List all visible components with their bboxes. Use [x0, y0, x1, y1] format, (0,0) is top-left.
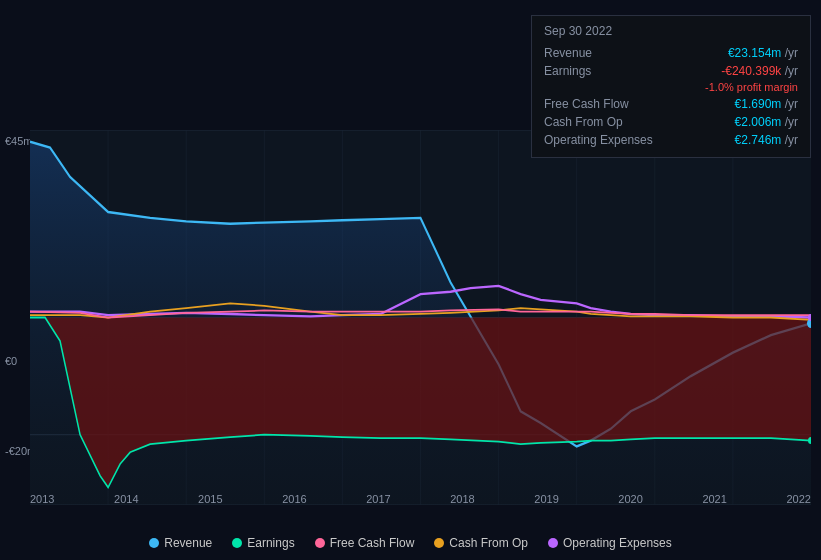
legend-dot-cashfromop: [434, 538, 444, 548]
tooltip-row-earnings: Earnings -€240.399k /yr: [544, 62, 798, 80]
tooltip-row-opex: Operating Expenses €2.746m /yr: [544, 131, 798, 149]
legend-label-cashfromop: Cash From Op: [449, 536, 528, 550]
legend-label-opex: Operating Expenses: [563, 536, 672, 550]
x-label-2021: 2021: [702, 493, 726, 505]
legend-label-revenue: Revenue: [164, 536, 212, 550]
x-label-2013: 2013: [30, 493, 54, 505]
x-label-2020: 2020: [618, 493, 642, 505]
profit-margin: -1.0% profit margin: [544, 81, 798, 93]
x-label-2019: 2019: [534, 493, 558, 505]
earnings-label: Earnings: [544, 64, 654, 78]
tooltip-box: Sep 30 2022 Revenue €23.154m /yr Earning…: [531, 15, 811, 158]
x-label-2017: 2017: [366, 493, 390, 505]
legend-dot-opex: [548, 538, 558, 548]
chart-legend: Revenue Earnings Free Cash Flow Cash Fro…: [0, 536, 821, 550]
cashfromop-label: Cash From Op: [544, 115, 654, 129]
legend-label-fcf: Free Cash Flow: [330, 536, 415, 550]
tooltip-row-cashfromop: Cash From Op €2.006m /yr: [544, 113, 798, 131]
x-label-2022: 2022: [786, 493, 810, 505]
opex-value: €2.746m /yr: [735, 133, 798, 147]
y-label-top: €45m: [5, 135, 33, 147]
legend-revenue[interactable]: Revenue: [149, 536, 212, 550]
tooltip-title: Sep 30 2022: [544, 24, 798, 38]
x-label-2016: 2016: [282, 493, 306, 505]
earnings-value: -€240.399k /yr: [721, 64, 798, 78]
revenue-label: Revenue: [544, 46, 654, 60]
x-label-2018: 2018: [450, 493, 474, 505]
legend-opex[interactable]: Operating Expenses: [548, 536, 672, 550]
tooltip-row-revenue: Revenue €23.154m /yr: [544, 44, 798, 62]
chart-container: Sep 30 2022 Revenue €23.154m /yr Earning…: [0, 0, 821, 560]
legend-fcf[interactable]: Free Cash Flow: [315, 536, 415, 550]
y-label-mid: €0: [5, 355, 17, 367]
revenue-value: €23.154m /yr: [728, 46, 798, 60]
fcf-value: €1.690m /yr: [735, 97, 798, 111]
legend-label-earnings: Earnings: [247, 536, 294, 550]
opex-label: Operating Expenses: [544, 133, 654, 147]
legend-dot-fcf: [315, 538, 325, 548]
legend-earnings[interactable]: Earnings: [232, 536, 294, 550]
x-label-2015: 2015: [198, 493, 222, 505]
legend-dot-earnings: [232, 538, 242, 548]
legend-cashfromop[interactable]: Cash From Op: [434, 536, 528, 550]
main-chart-svg: [30, 130, 811, 505]
tooltip-row-fcf: Free Cash Flow €1.690m /yr: [544, 95, 798, 113]
fcf-label: Free Cash Flow: [544, 97, 654, 111]
x-label-2014: 2014: [114, 493, 138, 505]
cashfromop-value: €2.006m /yr: [735, 115, 798, 129]
legend-dot-revenue: [149, 538, 159, 548]
